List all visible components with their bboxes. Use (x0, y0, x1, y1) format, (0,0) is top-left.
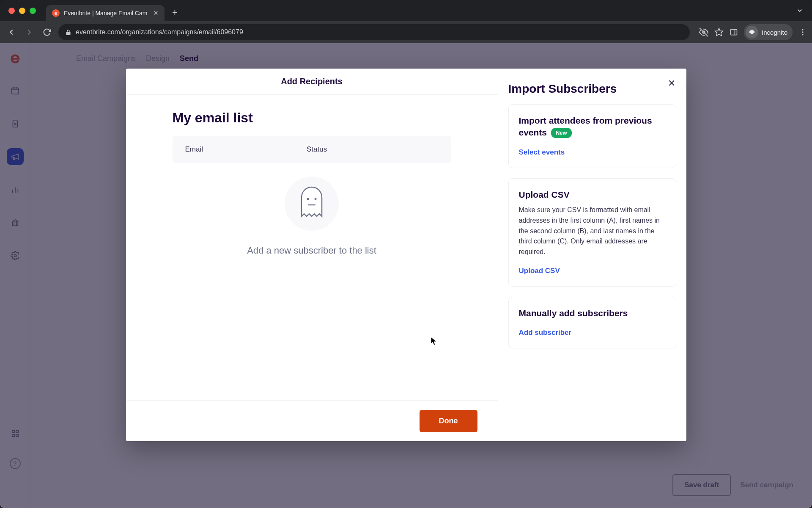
incognito-label: Incognito (762, 29, 787, 36)
tabbar-expand-icon[interactable] (796, 7, 804, 14)
svg-marker-1 (715, 28, 723, 36)
page-viewport: ? Email Campaigns Design Send Save draft… (0, 43, 812, 508)
column-status: Status (307, 145, 438, 154)
table-header: Email Status (173, 136, 451, 163)
column-email: Email (185, 145, 307, 154)
card-manual-add: Manually add subscribers Add subscriber (508, 297, 676, 348)
card-title-text: Import attendees from previous events (519, 116, 652, 137)
browser-window: e Eventbrite | Manage Email Cam ✕ + even… (0, 0, 812, 508)
browser-tab[interactable]: e Eventbrite | Manage Email Cam ✕ (46, 5, 165, 21)
modal-title: Add Recipients (126, 69, 498, 95)
svg-point-25 (315, 198, 317, 200)
list-title: My email list (173, 110, 451, 126)
card-upload-csv: Upload CSV Make sure your CSV is formatt… (508, 178, 676, 287)
modal-body: My email list Email Status (126, 95, 498, 400)
tab-close-icon[interactable]: ✕ (153, 9, 159, 17)
svg-point-4 (802, 29, 803, 30)
incognito-badge[interactable]: Incognito (744, 24, 793, 40)
window-minimize-button[interactable] (19, 8, 25, 14)
modal-main: Add Recipients My email list Email Statu… (126, 69, 498, 441)
svg-point-6 (802, 34, 803, 35)
add-subscriber-link[interactable]: Add subscriber (519, 329, 572, 337)
kebab-menu-icon[interactable] (798, 28, 807, 36)
card-import-previous: Import attendees from previous events Ne… (508, 104, 676, 168)
card-description: Make sure your CSV is formatted with ema… (519, 205, 666, 257)
window-maximize-button[interactable] (30, 8, 36, 14)
upload-csv-link[interactable]: Upload CSV (519, 267, 560, 275)
svg-point-5 (802, 31, 803, 33)
import-panel-title: Import Subscribers (508, 82, 676, 96)
card-title: Upload CSV (519, 189, 666, 201)
url-text: eventbrite.com/organizations/campaigns/e… (76, 28, 243, 36)
browser-tabbar: e Eventbrite | Manage Email Cam ✕ + (0, 0, 812, 21)
incognito-icon (746, 26, 758, 39)
window-close-button[interactable] (8, 8, 15, 14)
new-badge: New (551, 128, 572, 138)
import-panel: ✕ Import Subscribers Import attendees fr… (498, 69, 686, 441)
forward-button[interactable] (23, 26, 36, 39)
bookmark-star-icon[interactable] (714, 28, 724, 37)
reload-button[interactable] (41, 26, 53, 39)
card-title: Manually add subscribers (519, 307, 666, 319)
modal-footer: Done (126, 400, 498, 441)
new-tab-button[interactable]: + (172, 7, 178, 18)
tab-title: Eventbrite | Manage Email Cam (64, 10, 149, 17)
empty-state-text: Add a new subscriber to the list (247, 245, 376, 256)
back-button[interactable] (5, 26, 18, 39)
toolbar-actions: Incognito (699, 24, 807, 40)
modal-overlay[interactable]: Add Recipients My email list Email Statu… (0, 43, 812, 508)
svg-point-24 (307, 198, 309, 200)
empty-state: Add a new subscriber to the list (173, 177, 451, 256)
tab-favicon: e (52, 9, 60, 17)
lock-icon (65, 29, 71, 36)
address-bar[interactable]: eventbrite.com/organizations/campaigns/e… (58, 24, 690, 40)
eye-off-icon[interactable] (699, 28, 708, 37)
window-controls (8, 8, 36, 14)
empty-ghost-icon (285, 177, 339, 231)
card-title: Import attendees from previous events Ne… (519, 115, 666, 139)
close-icon[interactable]: ✕ (668, 78, 675, 89)
browser-toolbar: eventbrite.com/organizations/campaigns/e… (0, 21, 812, 43)
add-recipients-modal: Add Recipients My email list Email Statu… (126, 69, 686, 441)
select-events-link[interactable]: Select events (519, 148, 565, 157)
svg-rect-2 (731, 29, 737, 35)
done-button[interactable]: Done (420, 410, 477, 432)
panel-icon[interactable] (730, 28, 738, 36)
